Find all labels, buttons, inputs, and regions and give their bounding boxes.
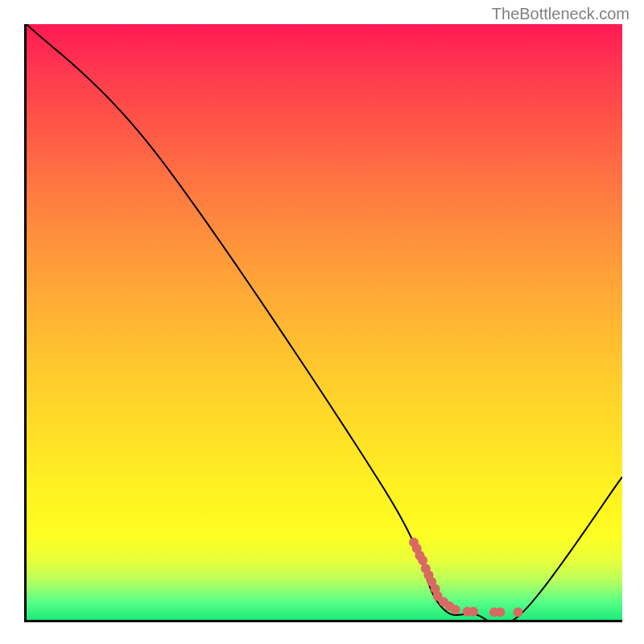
chart-svg bbox=[27, 24, 622, 620]
curve-line bbox=[27, 24, 622, 620]
data-dot bbox=[495, 607, 505, 617]
data-dot bbox=[514, 607, 523, 617]
watermark-text: TheBottleneck.com bbox=[492, 5, 630, 23]
data-dot bbox=[469, 607, 478, 617]
data-dot bbox=[418, 555, 427, 565]
chart-container: TheBottleneck.com bbox=[0, 0, 644, 644]
plot-area bbox=[24, 24, 622, 622]
data-dot bbox=[451, 605, 460, 614]
data-dots bbox=[409, 538, 523, 617]
